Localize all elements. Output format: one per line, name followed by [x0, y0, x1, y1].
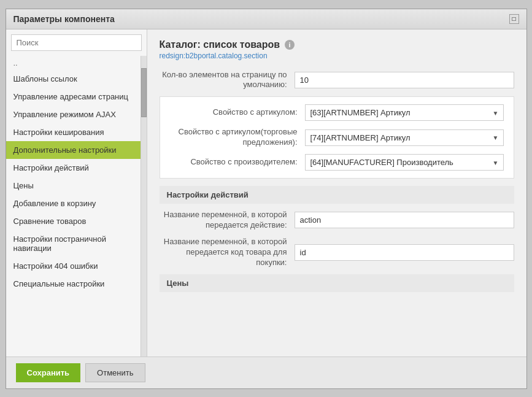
- sidebar-item-addresses[interactable]: Управление адресами страниц: [6, 88, 141, 106]
- action-var-label: Название переменной, в которой передаетс…: [160, 210, 295, 231]
- sidebar: .. Шаблоны ссылок Управление адресами ст…: [6, 29, 147, 357]
- sidebar-item-cart[interactable]: Добавление в корзину: [6, 195, 141, 212]
- article-property-label: Свойство с артикулом:: [170, 107, 305, 118]
- main-window: Параметры компонента □ .. Шаблоны ссылок…: [6, 9, 527, 389]
- sidebar-dots: ..: [6, 56, 141, 70]
- actions-section-header: Настройки действий: [160, 186, 514, 204]
- manufacturer-select-wrapper: [64][MANUFACTURER] Производитель ▼: [305, 154, 504, 171]
- prices-section-header: Цены: [160, 274, 514, 292]
- article-property-select-wrapper: [63][ARTNUMBER] Артикул ▼: [305, 104, 504, 121]
- manufacturer-select[interactable]: [64][MANUFACTURER] Производитель: [305, 154, 504, 171]
- property-section: Свойство с артикулом: [63][ARTNUMBER] Ар…: [160, 96, 514, 179]
- cancel-button[interactable]: Отменить: [85, 363, 145, 382]
- save-button[interactable]: Сохранить: [16, 363, 81, 382]
- content-area: .. Шаблоны ссылок Управление адресами ст…: [6, 29, 526, 357]
- article-trade-row: Свойство с артикулом(торговые предложени…: [170, 127, 504, 148]
- search-input[interactable]: [11, 34, 142, 51]
- sidebar-item-prices[interactable]: Цены: [6, 177, 141, 195]
- article-property-select[interactable]: [63][ARTNUMBER] Артикул: [305, 104, 504, 121]
- window-title: Параметры компонента: [13, 14, 115, 24]
- sidebar-item-templates[interactable]: Шаблоны ссылок: [6, 70, 141, 88]
- product-code-input[interactable]: [295, 244, 514, 261]
- sidebar-item-compare[interactable]: Сравнение товаров: [6, 212, 141, 230]
- article-trade-select[interactable]: [74][ARTNUMBER] Артикул: [305, 129, 504, 146]
- manufacturer-row: Свойство с производителем: [64][MANUFACT…: [170, 154, 504, 171]
- sidebar-item-pagination[interactable]: Настройки постраничной навигации: [6, 230, 141, 257]
- sidebar-item-additional[interactable]: Дополнительные настройки: [6, 141, 141, 159]
- minimize-button[interactable]: □: [509, 14, 519, 24]
- sidebar-item-actions[interactable]: Настройки действий: [6, 159, 141, 177]
- items-per-page-label: Кол-во элементов на страницу по умолчани…: [160, 70, 295, 91]
- article-property-row: Свойство с артикулом: [63][ARTNUMBER] Ар…: [170, 104, 504, 121]
- sidebar-item-special[interactable]: Специальные настройки: [6, 275, 141, 293]
- sidebar-list: .. Шаблоны ссылок Управление адресами ст…: [6, 56, 141, 357]
- titlebar: Параметры компонента □: [6, 9, 526, 29]
- sidebar-content: .. Шаблоны ссылок Управление адресами ст…: [6, 56, 147, 357]
- product-code-label: Название переменной, в которой передаетс…: [160, 237, 295, 268]
- page-title: Каталог: список товаров: [160, 39, 280, 50]
- page-title-row: Каталог: список товаров i: [160, 39, 514, 50]
- items-per-page-input[interactable]: [295, 72, 514, 88]
- article-trade-label: Свойство с артикулом(торговые предложени…: [170, 127, 305, 148]
- sidebar-item-ajax[interactable]: Управление режимом AJAX: [6, 106, 141, 123]
- main-panel: Каталог: список товаров i redsign:b2bpor…: [147, 29, 526, 357]
- article-trade-select-wrapper: [74][ARTNUMBER] Артикул ▼: [305, 129, 504, 146]
- action-var-row: Название переменной, в которой передаетс…: [160, 210, 514, 231]
- page-subtitle[interactable]: redsign:b2bportal.catalog.section: [160, 52, 514, 60]
- info-icon[interactable]: i: [285, 40, 295, 50]
- items-per-page-row: Кол-во элементов на страницу по умолчани…: [160, 70, 514, 91]
- manufacturer-label: Свойство с производителем:: [170, 157, 305, 168]
- scrollbar-thumb: [141, 68, 147, 117]
- sidebar-item-404[interactable]: Настройки 404 ошибки: [6, 257, 141, 275]
- bottom-bar: Сохранить Отменить: [6, 357, 526, 388]
- action-var-input[interactable]: [295, 212, 514, 228]
- sidebar-scrollbar[interactable]: [141, 56, 147, 357]
- product-code-row: Название переменной, в которой передаетс…: [160, 237, 514, 268]
- sidebar-item-cache[interactable]: Настройки кеширования: [6, 123, 141, 141]
